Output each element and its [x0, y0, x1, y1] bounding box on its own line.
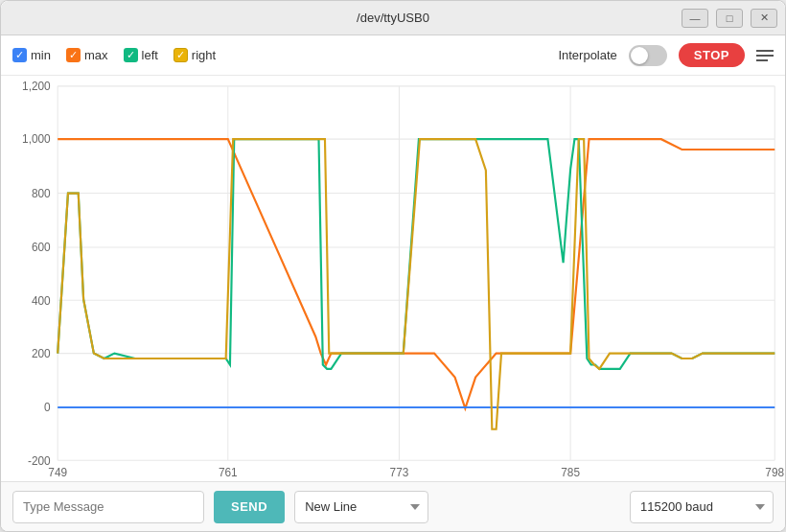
legend-max[interactable]: ✓ max	[66, 48, 108, 62]
interpolate-label: Interpolate	[558, 48, 616, 62]
legend-max-label: max	[84, 48, 108, 62]
x-label-773: 773	[390, 466, 409, 479]
maximize-button[interactable]: □	[716, 9, 743, 28]
toggle-knob	[631, 47, 648, 64]
checkbox-min[interactable]: ✓	[12, 48, 27, 62]
send-button[interactable]: SEND	[214, 491, 285, 523]
checkbox-max[interactable]: ✓	[66, 48, 81, 62]
footer: SEND New Line No Line Ending Carriage Re…	[1, 481, 785, 531]
legend-min-label: min	[31, 48, 51, 62]
x-label-798: 798	[765, 466, 784, 479]
window-controls: — □ ✕	[682, 9, 777, 28]
x-label-761: 761	[219, 466, 238, 479]
legend-right-label: right	[192, 48, 216, 62]
main-window: /dev/ttyUSB0 — □ ✕ ✓ min ✓ max ✓ left	[0, 0, 786, 532]
y-label-800: 800	[32, 187, 51, 200]
newline-select[interactable]: New Line No Line Ending Carriage Return …	[294, 491, 428, 523]
stop-button[interactable]: STOP	[679, 43, 745, 67]
baud-select[interactable]: 300 baud 1200 baud 2400 baud 4800 baud 9…	[630, 491, 774, 523]
line-right	[58, 139, 774, 429]
chart-svg: 1,200 1,000 800 600 400 200 0 -200 749 7…	[1, 76, 785, 481]
close-button[interactable]: ✕	[751, 9, 777, 28]
interpolate-toggle[interactable]	[629, 45, 667, 66]
y-label-1000: 1,000	[22, 132, 51, 146]
message-input[interactable]	[12, 491, 204, 523]
toolbar: ✓ min ✓ max ✓ left ✓ right Interpolate S…	[1, 35, 785, 76]
x-label-785: 785	[561, 466, 580, 479]
y-label-200: 200	[32, 347, 51, 360]
checkbox-left[interactable]: ✓	[124, 48, 138, 62]
x-label-749: 749	[48, 466, 67, 479]
toolbar-right: Interpolate STOP	[558, 43, 774, 67]
menu-icon[interactable]	[756, 50, 774, 61]
y-label-1200: 1,200	[22, 80, 51, 93]
y-label-0: 0	[44, 401, 51, 414]
minimize-button[interactable]: —	[682, 9, 708, 28]
legend-min[interactable]: ✓ min	[12, 48, 51, 62]
y-label-400: 400	[32, 294, 51, 308]
legend-right[interactable]: ✓ right	[173, 48, 216, 62]
legend-left[interactable]: ✓ left	[124, 48, 158, 62]
legend-left-label: left	[142, 48, 158, 62]
y-label-600: 600	[32, 241, 51, 254]
window-title: /dev/ttyUSB0	[357, 11, 429, 25]
titlebar: /dev/ttyUSB0 — □ ✕	[1, 1, 785, 35]
checkbox-right[interactable]: ✓	[173, 48, 188, 62]
chart-area: 1,200 1,000 800 600 400 200 0 -200 749 7…	[1, 76, 785, 481]
